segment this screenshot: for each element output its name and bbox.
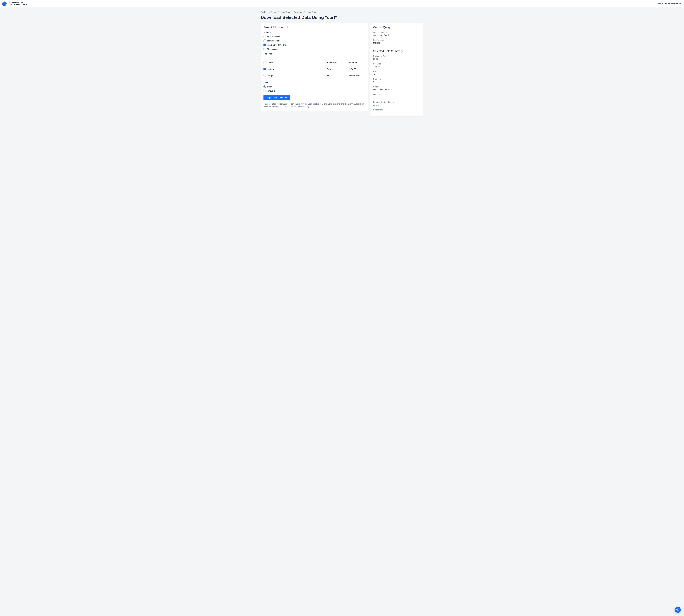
summary-value: 1.34 TB [373, 65, 420, 68]
file-size: 690.55 MB [349, 74, 366, 76]
breadcrumb-current: Download Selected Data U... [294, 11, 320, 13]
summary-key: Species [373, 86, 420, 88]
shell-options: Bashcmd.exe [264, 85, 366, 92]
help-documentation-menu[interactable]: Help & Documentation [657, 2, 681, 5]
breadcrumb: Explore › Export Selected Data › Downloa… [261, 7, 423, 14]
summary-value: 764 [373, 73, 420, 75]
checkbox[interactable] [264, 35, 266, 38]
species-option[interactable]: Unspecified [264, 48, 366, 50]
summary-key: Projects [373, 78, 420, 80]
section-title: Project Files via curl [264, 26, 366, 29]
logo[interactable]: HUMAN CELL ATLAS DATA EXPLORER [2, 1, 27, 6]
filetype-name: tsv.gz [268, 74, 327, 76]
shell-option[interactable]: cmd.exe [264, 90, 366, 92]
logo-line1: HUMAN CELL ATLAS [9, 2, 27, 3]
logo-line2: DATA EXPLORER [9, 3, 27, 5]
current-query-section: Current Query Genus Speciescanis lupus f… [370, 23, 423, 47]
filetype-name: fastq.gz [268, 68, 327, 70]
radio[interactable] [264, 90, 266, 92]
chat-fab[interactable] [675, 607, 681, 613]
shell-label: Bash [267, 86, 272, 88]
summary-item: Specimens1 [373, 109, 420, 114]
filetype-group-label: File Type [264, 52, 366, 55]
sidebar-card: Current Query Genus Speciescanis lupus f… [370, 23, 423, 116]
query-key: Genus Species [373, 31, 420, 34]
summary-item: Projects1 [373, 78, 420, 83]
summary-value: 1 [373, 111, 420, 114]
request-curl-button[interactable]: Request curl Command [264, 95, 290, 100]
checkbox[interactable] [264, 68, 266, 70]
summary-key: Files [373, 70, 420, 72]
species-label: Mus musculus [267, 36, 280, 38]
page-title: Download Selected Data Using "curl" [261, 15, 423, 20]
checkbox[interactable] [264, 44, 266, 46]
species-option[interactable]: Homo sapiens [264, 39, 366, 42]
summary-value: 1 [373, 96, 420, 98]
summary-value: normal [373, 104, 420, 106]
curl-form-card: Project Files via curl Species Mus muscu… [261, 23, 368, 111]
chat-icon [676, 608, 679, 611]
query-key: File Format [373, 39, 420, 41]
chevron-down-icon [679, 3, 681, 4]
species-label: Unspecified [267, 48, 278, 50]
col-name: Name [268, 62, 327, 64]
col-file-size: File Size [349, 62, 366, 64]
query-value: fastq.gz [373, 42, 420, 44]
file-count: 764 [327, 68, 349, 70]
top-bar: HUMAN CELL ATLAS DATA EXPLORER Help & Do… [0, 0, 684, 7]
summary-key: Disease Status (Donor) [373, 101, 420, 103]
species-label: Homo sapiens [267, 40, 280, 42]
query-value: canis lupus familiaris [373, 34, 420, 36]
breadcrumb-export[interactable]: Export Selected Data [271, 11, 291, 13]
species-option[interactable]: canis lupus familiaris [264, 44, 366, 46]
logo-text: HUMAN CELL ATLAS DATA EXPLORER [9, 2, 27, 5]
summary-value: 50.6k [373, 58, 420, 60]
summary-key: Specimens [373, 109, 420, 111]
shell-option[interactable]: Bash [264, 85, 366, 88]
breadcrumb-explore[interactable]: Explore [261, 11, 268, 13]
checkbox[interactable] [264, 39, 266, 42]
species-option[interactable]: Mus musculus [264, 35, 366, 38]
summary-item: Donors1 [373, 93, 420, 98]
shell-group-label: Shell [264, 82, 366, 84]
summary-section: Selected Data Summary Estimated Cells50.… [370, 47, 423, 116]
select-all-checkbox[interactable] [264, 61, 266, 64]
help-label: Help & Documentation [657, 2, 679, 5]
table-row: tsv.gz60690.55 MB [261, 72, 368, 79]
file-count: 60 [327, 74, 349, 76]
radio[interactable] [264, 85, 266, 88]
table-header-row: Name File Count File Size [261, 60, 368, 66]
checkbox[interactable] [264, 74, 266, 76]
summary-item: Speciescanis lupus familiaris [373, 86, 420, 91]
logo-icon [2, 1, 6, 6]
footnote-text: The generated curl command is compatible… [264, 103, 366, 108]
summary-key: File Size [373, 63, 420, 65]
summary-item: Disease Status (Donor)normal [373, 101, 420, 106]
summary-item: Estimated Cells50.6k [373, 55, 420, 60]
summary-item: Files764 [373, 70, 420, 75]
logo-separator [8, 1, 8, 6]
query-item: Genus Speciescanis lupus familiaris [373, 31, 420, 36]
species-label: canis lupus familiaris [267, 44, 286, 46]
summary-value: 1 [373, 81, 420, 83]
checkbox[interactable] [264, 48, 266, 50]
current-query-title: Current Query [373, 26, 420, 29]
file-size: 1.34 TB [349, 68, 366, 70]
summary-key: Estimated Cells [373, 55, 420, 57]
shell-label: cmd.exe [267, 90, 275, 92]
summary-key: Donors [373, 93, 420, 95]
query-item: File Formatfastq.gz [373, 39, 420, 44]
table-row: fastq.gz7641.34 TB [261, 66, 368, 72]
summary-value: canis lupus familiaris [373, 88, 420, 91]
chevron-right-icon: › [269, 11, 270, 13]
filetype-table: Name File Count File Size fastq.gz7641.3… [261, 59, 368, 79]
summary-title: Selected Data Summary [373, 49, 420, 53]
species-list: Mus musculusHomo sapienscanis lupus fami… [264, 35, 366, 50]
summary-item: File Size1.34 TB [373, 63, 420, 68]
chevron-right-icon: › [292, 11, 293, 13]
species-group-label: Species [264, 31, 366, 34]
col-file-count: File Count [327, 62, 349, 64]
